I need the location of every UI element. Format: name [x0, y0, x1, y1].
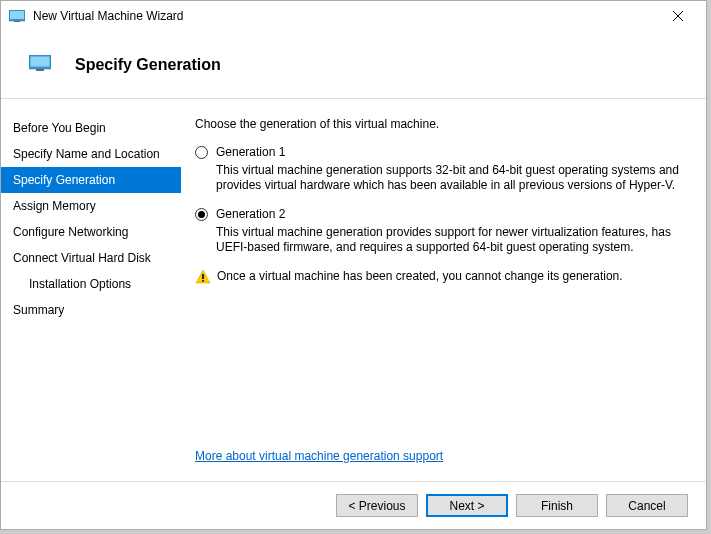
cancel-button[interactable]: Cancel [606, 494, 688, 517]
wizard-header: Specify Generation [1, 31, 706, 99]
radio-description: This virtual machine generation supports… [216, 163, 686, 193]
radio-label: Generation 2 [216, 207, 285, 221]
sidebar-item-assign-memory[interactable]: Assign Memory [1, 193, 181, 219]
svg-rect-6 [31, 56, 50, 66]
svg-rect-1 [10, 11, 24, 19]
help-link[interactable]: More about virtual machine generation su… [195, 449, 686, 463]
warning-row: Once a virtual machine has been created,… [195, 269, 686, 285]
sidebar-item-configure-networking[interactable]: Configure Networking [1, 219, 181, 245]
wizard-content: Choose the generation of this virtual ma… [181, 99, 706, 481]
wizard-footer: < Previous Next > Finish Cancel [1, 481, 706, 529]
svg-rect-9 [202, 274, 204, 279]
svg-rect-7 [36, 69, 44, 71]
sidebar-item-before-you-begin[interactable]: Before You Begin [1, 115, 181, 141]
intro-text: Choose the generation of this virtual ma… [195, 117, 686, 131]
radio-row[interactable]: Generation 2 [195, 207, 686, 221]
generation-option-1: Generation 1This virtual machine generat… [195, 145, 686, 193]
finish-button[interactable]: Finish [516, 494, 598, 517]
sidebar-item-specify-name-and-location[interactable]: Specify Name and Location [1, 141, 181, 167]
generation-option-2: Generation 2This virtual machine generat… [195, 207, 686, 255]
wizard-window: New Virtual Machine Wizard Specify Gener… [0, 0, 707, 530]
svg-rect-10 [202, 280, 204, 282]
warning-text: Once a virtual machine has been created,… [217, 269, 623, 283]
close-button[interactable] [658, 2, 698, 30]
sidebar-item-installation-options[interactable]: Installation Options [1, 271, 181, 297]
wizard-body: Before You BeginSpecify Name and Locatio… [1, 99, 706, 481]
window-title: New Virtual Machine Wizard [33, 9, 658, 23]
next-button[interactable]: Next > [426, 494, 508, 517]
sidebar-item-specify-generation[interactable]: Specify Generation [1, 167, 181, 193]
titlebar: New Virtual Machine Wizard [1, 1, 706, 31]
sidebar-item-summary[interactable]: Summary [1, 297, 181, 323]
radio-description: This virtual machine generation provides… [216, 225, 686, 255]
radio-label: Generation 1 [216, 145, 285, 159]
header-icon [29, 55, 51, 71]
radio-button[interactable] [195, 208, 208, 221]
wizard-sidebar: Before You BeginSpecify Name and Locatio… [1, 99, 181, 481]
app-icon [9, 10, 25, 22]
sidebar-item-connect-virtual-hard-disk[interactable]: Connect Virtual Hard Disk [1, 245, 181, 271]
svg-rect-2 [14, 21, 20, 22]
radio-button[interactable] [195, 146, 208, 159]
page-title: Specify Generation [75, 56, 221, 74]
radio-row[interactable]: Generation 1 [195, 145, 686, 159]
previous-button[interactable]: < Previous [336, 494, 418, 517]
warning-icon [195, 269, 211, 285]
